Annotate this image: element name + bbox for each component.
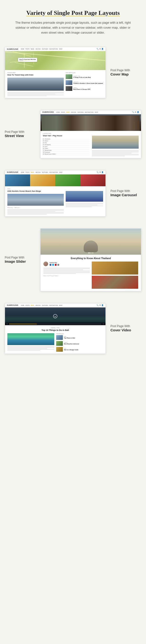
post-content-1: COVER MAP How To Travel Italy with Kids … (5, 70, 105, 98)
menu-icon-4: ☰ (99, 304, 101, 306)
search-icon-1: 🔍 (96, 48, 99, 50)
sidebar-thumb (66, 86, 72, 91)
sidebar-items-1: EUROPE, TIPS 3 Things To Do at Lake Bled… (66, 74, 103, 91)
video-screenshot: SUBROUND HOME POSTS NEWS ARCHIVE FEATURE… (5, 303, 106, 354)
video-body-cols: TOP ARTICLES ASIA Top Places in Bali (7, 333, 103, 352)
video-right-col: TOP ARTICLES ASIA Top Places in Bali (56, 333, 103, 352)
layout-image-carousel: SUBROUND HOME POSTS NEWS ARCHIVE FEATURE… (0, 166, 146, 221)
video-progress-bar (9, 324, 101, 324)
toc-item: 04. Discography (43, 144, 90, 146)
nav-icons-1: 🔍 ☰ 👤 (96, 48, 104, 50)
street-right-col (92, 133, 139, 156)
toc-item: 09. Review Score 07/2019 (43, 153, 90, 155)
street-body-text (92, 150, 139, 156)
mock-nav-4: SUBROUND HOME POSTS NEWS ARCHIVE FEATURE… (5, 304, 105, 308)
toc-item: 01. Introduction (43, 138, 90, 140)
twitter-icon (52, 264, 54, 266)
nav-icons-2: 🔍 ☰ 👤 (132, 111, 139, 113)
sidebar-item-text: TRAVEL Best Places in Europe 2019 (73, 87, 103, 90)
search-icon-3: 🔍 (96, 171, 99, 173)
mock-nav-2: SUBROUND HOME POSTS NEWS ARCHIVE FEATURE… (41, 110, 141, 114)
nav-items-2: HOME POSTS NEWS ARCHIVE FEATURES DESTINA… (56, 112, 98, 113)
street-content: LISTEN THIS Shari Vari - Play House 01. … (41, 131, 141, 158)
carousel-right-col (66, 188, 103, 214)
carousel-left-col: USA USA Hostels Ocean Beach San Diego 📍 … (7, 188, 64, 214)
post-image-1 (7, 78, 64, 91)
carousel-panel-2 (30, 174, 55, 186)
video-content: TRAVEL TIPS Top 10 Things to Do in Bali … (5, 325, 105, 354)
video-header: 0:00 3:44 (5, 308, 105, 325)
nav-items-3: HOME POSTS NEWS ARCHIVE FEATURES DESTINA… (21, 172, 62, 173)
user-icon-2: 👤 (137, 111, 139, 113)
toc-item: 05. Lyrics (43, 146, 90, 148)
social-icons (50, 264, 59, 266)
layout-image-slider: Post Page With Image Slider Everything t… (0, 224, 146, 296)
article-image (7, 194, 64, 206)
spacer-4 (0, 296, 146, 298)
sidebar-thumb (66, 74, 72, 79)
toc-item: 07. Related Artists (43, 150, 90, 152)
page-description: The theme includes premade single post p… (14, 20, 132, 35)
layout-label-carousel: Post Page With Image Carousel (110, 189, 141, 198)
search-icon-2: 🔍 (132, 111, 134, 113)
video-left-col (7, 333, 54, 352)
slider-dots (88, 252, 93, 254)
slider-right-image-1 (92, 262, 138, 274)
slider-full-image (41, 229, 141, 255)
toc-item: 03. Play (43, 142, 90, 144)
page-title: Variety of Single Post Page Layouts (10, 10, 136, 16)
spacer-1 (0, 103, 146, 105)
carousel-screenshot: SUBROUND HOME POSTS NEWS ARCHIVE FEATURE… (5, 170, 106, 216)
toc-item: 06. Videos (43, 148, 90, 150)
pinterest-icon (55, 264, 57, 266)
footer-spacer (0, 358, 146, 366)
header-section: Variety of Single Post Page Layouts The … (0, 0, 146, 42)
nav-icons-3: 🔍 ☰ 👤 (96, 171, 104, 173)
spacer-3 (0, 221, 146, 224)
user-icon-4: 👤 (101, 304, 104, 306)
toc-item: 02. History (43, 140, 90, 142)
street-view-image (41, 114, 141, 131)
carousel-body-text (7, 209, 64, 214)
carousel-right-image (66, 191, 103, 202)
cover-map-screenshot: SUBROUND HOME POSTS NEWS ARCHIVE FEATURE… (5, 47, 106, 98)
carousel-header (5, 174, 105, 186)
search-icon-4: 🔍 (96, 304, 99, 306)
facebook-icon (50, 264, 51, 266)
sidebar-item-row: LIFESTYLE Children's Booklet: A Short Gu… (66, 80, 103, 85)
nav-logo-4: SUBROUND (7, 304, 18, 306)
street-left-col: LISTEN THIS Shari Vari - Play House 01. … (43, 133, 90, 156)
sidebar-item-text: LIFESTYLE Children's Booklet: A Short Gu… (73, 82, 103, 84)
mock-nav-3: SUBROUND HOME POSTS NEWS ARCHIVE FEATURE… (5, 170, 105, 174)
slider-screenshot: Everything to Know About Thailand Andrew… (40, 228, 141, 291)
video-sidebar-items: ASIA Top Places in Bali TRAVEL Best Beac… (56, 335, 103, 352)
spacer-2 (0, 163, 146, 166)
layout-street-view: Post Page With Street View SUBROUND HOME… (0, 105, 146, 163)
layout-cover-video: SUBROUND HOME POSTS NEWS ARCHIVE FEATURE… (0, 298, 146, 358)
sidebar-item-text: EUROPE, TIPS 3 Things To Do at Lake Bled (73, 76, 103, 78)
body-text-1 (7, 92, 64, 96)
nav-logo-3: SUBROUND (7, 171, 18, 173)
sidebar-item-row: TRAVEL Best Places in Europe 2019 (66, 86, 103, 91)
video-play-button[interactable] (53, 314, 57, 318)
slider-body-cols: Andrew Ray (43, 262, 138, 289)
slider-dot (92, 252, 93, 254)
slider-right-image-2 (92, 276, 138, 289)
toc-items: 01. Introduction 02. History 03. Play 04… (43, 138, 90, 155)
street-view-screenshot: SUBROUND HOME POSTS NEWS ARCHIVE FEATURE… (40, 110, 141, 158)
sidebar-thumb (66, 80, 72, 85)
author-avatar (43, 262, 48, 266)
menu-icon-3: ☰ (99, 171, 101, 173)
carousel-content: USA USA Hostels Ocean Beach San Diego 📍 … (5, 186, 105, 216)
layout-label-cover-map: Post Page With Cover Map (110, 69, 141, 77)
menu-icon-1: ☰ (99, 48, 101, 50)
map-pin: How To Travel Italy With Kids Read Now (18, 58, 37, 62)
post-sidebar-1: TOP ARTICLES EUROPE, TIPS 3 Things To Do… (66, 72, 103, 96)
layout-label-street-view: Post Page With Street View (5, 130, 36, 138)
slider-right-col (92, 262, 138, 289)
menu-icon-2: ☰ (135, 111, 136, 113)
nav-logo-1: SUBROUND (7, 48, 18, 50)
slider-left-col: Andrew Ray (43, 262, 90, 289)
sidebar-item-row: EUROPE, TIPS 3 Things To Do at Lake Bled (66, 74, 103, 79)
carousel-panel-1 (5, 174, 30, 186)
